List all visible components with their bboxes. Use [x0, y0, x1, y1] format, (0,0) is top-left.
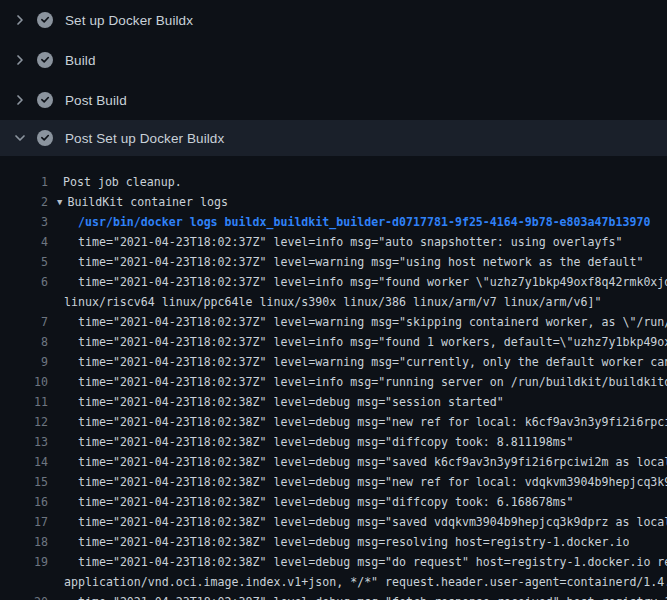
log-line: 14time="2021-04-23T18:02:38Z" level=debu… — [0, 452, 667, 472]
log-text: time="2021-04-23T18:02:38Z" level=debug … — [48, 492, 574, 512]
log-line: 18time="2021-04-23T18:02:38Z" level=debu… — [0, 532, 667, 552]
step-row-post-build[interactable]: Post Build — [0, 80, 667, 120]
step-label: Set up Docker Buildx — [65, 13, 193, 28]
check-circle-icon — [37, 12, 53, 28]
log-line: 17time="2021-04-23T18:02:38Z" level=debu… — [0, 512, 667, 532]
line-number — [0, 572, 48, 592]
chevron-right-icon[interactable] — [12, 52, 28, 68]
log-line: 19time="2021-04-23T18:02:38Z" level=debu… — [0, 552, 667, 572]
log-line: 12time="2021-04-23T18:02:38Z" level=debu… — [0, 412, 667, 432]
line-number[interactable]: 20 — [0, 592, 48, 600]
log-line: 1Post job cleanup. — [0, 172, 667, 192]
log-text: time="2021-04-23T18:02:37Z" level=info m… — [48, 372, 667, 392]
log-line-continuation: application/vnd.oci.image.index.v1+json,… — [0, 572, 667, 592]
line-number[interactable]: 13 — [0, 432, 48, 452]
log-text: time="2021-04-23T18:02:38Z" level=debug … — [48, 532, 629, 552]
log-line: 10time="2021-04-23T18:02:37Z" level=info… — [0, 372, 667, 392]
line-number[interactable]: 11 — [0, 392, 48, 412]
log-line: 4time="2021-04-23T18:02:37Z" level=info … — [0, 232, 667, 252]
step-row-set-up-docker-buildx[interactable]: Set up Docker Buildx — [0, 0, 667, 40]
line-number[interactable]: 9 — [0, 352, 48, 372]
log-text: linux/riscv64 linux/ppc64le linux/s390x … — [48, 292, 601, 312]
line-number[interactable]: 14 — [0, 452, 48, 472]
step-label: Build — [65, 53, 96, 68]
log-text: time="2021-04-23T18:02:38Z" level=debug … — [48, 452, 667, 472]
check-circle-icon — [37, 52, 53, 68]
chevron-down-icon[interactable] — [12, 130, 28, 146]
log-text: time="2021-04-23T18:02:38Z" level=debug … — [48, 592, 667, 600]
chevron-right-icon[interactable] — [12, 12, 28, 28]
log-line: 15time="2021-04-23T18:02:38Z" level=debu… — [0, 472, 667, 492]
log-line: 6time="2021-04-23T18:02:37Z" level=info … — [0, 272, 667, 292]
log-text: Post job cleanup. — [48, 172, 182, 192]
log-line: 11time="2021-04-23T18:02:38Z" level=debu… — [0, 392, 667, 412]
log-text: time="2021-04-23T18:02:38Z" level=debug … — [48, 392, 504, 412]
log-view: 1Post job cleanup.2▼BuildKit container l… — [0, 156, 667, 600]
line-number[interactable]: 7 — [0, 312, 48, 332]
check-circle-icon — [37, 92, 53, 108]
line-number[interactable]: 19 — [0, 552, 48, 572]
step-row-post-set-up-docker-buildx[interactable]: Post Set up Docker Buildx — [0, 120, 667, 156]
log-text: time="2021-04-23T18:02:37Z" level=warnin… — [48, 252, 643, 272]
log-text: time="2021-04-23T18:02:38Z" level=debug … — [48, 472, 667, 492]
line-number[interactable]: 17 — [0, 512, 48, 532]
line-number[interactable]: 6 — [0, 272, 48, 292]
line-number[interactable]: 10 — [0, 372, 48, 392]
step-label: Post Build — [65, 93, 127, 108]
chevron-right-icon[interactable] — [12, 92, 28, 108]
log-text: time="2021-04-23T18:02:38Z" level=debug … — [48, 512, 667, 532]
line-number[interactable]: 5 — [0, 252, 48, 272]
group-title[interactable]: BuildKit container logs — [67, 195, 228, 209]
log-text: time="2021-04-23T18:02:38Z" level=debug … — [48, 432, 574, 452]
log-text: time="2021-04-23T18:02:37Z" level=info m… — [48, 332, 667, 352]
log-line-continuation: linux/riscv64 linux/ppc64le linux/s390x … — [0, 292, 667, 312]
log-line: 3/usr/bin/docker logs buildx_buildkit_bu… — [0, 212, 667, 232]
line-number — [0, 292, 48, 312]
log-text: time="2021-04-23T18:02:37Z" level=info m… — [48, 232, 622, 252]
check-circle-icon — [37, 130, 53, 146]
log-line: 13time="2021-04-23T18:02:38Z" level=debu… — [0, 432, 667, 452]
line-number[interactable]: 18 — [0, 532, 48, 552]
log-text: time="2021-04-23T18:02:38Z" level=debug … — [48, 412, 667, 432]
log-text: time="2021-04-23T18:02:37Z" level=warnin… — [48, 312, 667, 332]
step-label: Post Set up Docker Buildx — [65, 131, 224, 146]
log-line: 2▼BuildKit container logs — [0, 192, 667, 212]
log-line: 8time="2021-04-23T18:02:37Z" level=info … — [0, 332, 667, 352]
collapse-triangle-icon[interactable]: ▼ — [57, 192, 62, 212]
line-number[interactable]: 12 — [0, 412, 48, 432]
log-line: 16time="2021-04-23T18:02:38Z" level=debu… — [0, 492, 667, 512]
log-command-text: /usr/bin/docker logs buildx_buildkit_bui… — [48, 212, 650, 232]
line-number[interactable]: 8 — [0, 332, 48, 352]
log-line: 7time="2021-04-23T18:02:37Z" level=warni… — [0, 312, 667, 332]
log-text: time="2021-04-23T18:02:38Z" level=debug … — [48, 552, 667, 572]
line-number[interactable]: 3 — [0, 212, 48, 232]
line-number[interactable]: 1 — [0, 172, 48, 192]
log-text: application/vnd.oci.image.index.v1+json,… — [48, 572, 667, 592]
log-line: 20time="2021-04-23T18:02:38Z" level=debu… — [0, 592, 667, 600]
line-number[interactable]: 2 — [0, 192, 48, 212]
line-number[interactable]: 15 — [0, 472, 48, 492]
steps-list: Set up Docker BuildxBuildPost BuildPost … — [0, 0, 667, 156]
log-text: time="2021-04-23T18:02:37Z" level=info m… — [48, 272, 667, 292]
log-text: time="2021-04-23T18:02:37Z" level=warnin… — [48, 352, 667, 372]
line-number[interactable]: 16 — [0, 492, 48, 512]
log-line: 5time="2021-04-23T18:02:37Z" level=warni… — [0, 252, 667, 272]
log-text[interactable]: ▼BuildKit container logs — [48, 192, 228, 212]
log-line: 9time="2021-04-23T18:02:37Z" level=warni… — [0, 352, 667, 372]
step-row-build[interactable]: Build — [0, 40, 667, 80]
line-number[interactable]: 4 — [0, 232, 48, 252]
